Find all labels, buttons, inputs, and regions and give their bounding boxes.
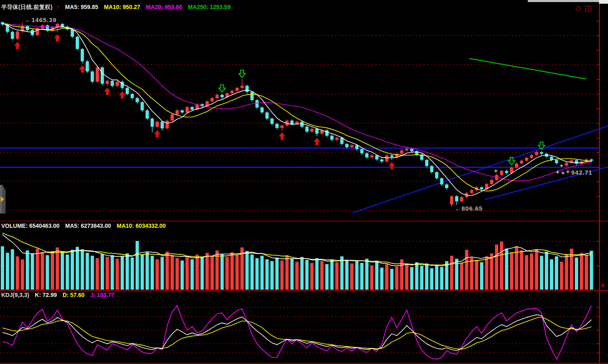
x-axis-button[interactable]: X — [601, 282, 605, 289]
ma20-value: MA20: 953.66 — [146, 4, 182, 10]
last-price-label: 942.71 — [571, 169, 592, 176]
volume-ma5-value: MA5: 6273843.00 — [65, 222, 111, 229]
ma5-value: MA5: 959.85 — [65, 4, 98, 10]
kdj-k-value: K: 72.99 — [35, 292, 57, 298]
sidebar-expand-tab[interactable] — [0, 185, 5, 213]
split-window-icon[interactable]: ◫ — [584, 3, 592, 13]
ma10-value: MA10: 950.27 — [104, 4, 140, 10]
ma250-value: MA250: 1253.59 — [188, 4, 230, 10]
instrument-title: 半导体(日线.前复权) — [1, 4, 52, 10]
period-low-label: ←806.65 — [455, 205, 483, 212]
kdj-d-value: D: 57.60 — [63, 292, 85, 298]
expand-arrow-icon — [1, 196, 4, 202]
kdj-panel-header: KDJ(9,3,3) K: 72.99 D: 57.60 J: 103.77 — [1, 292, 119, 298]
volume-ma10-value: MA10: 6034332.00 — [117, 222, 166, 229]
kdj-indicator-name: KDJ(9,3,3) — [1, 292, 29, 298]
window-top-strip — [528, 0, 608, 2]
volume-panel-header: VOLUME: 6540463.00 MA5: 6273843.00 MA10:… — [1, 222, 170, 229]
kdj-j-value: J: 103.77 — [90, 292, 115, 298]
up-arrow-icon: ↑ — [56, 4, 59, 10]
stock-chart-canvas[interactable] — [0, 0, 608, 364]
window-top-corner — [599, 0, 608, 4]
main-chart-header: 半导体(日线.前复权)↑ MA5: 959.85 MA10: 950.27 MA… — [1, 4, 234, 11]
period-high-label: ←1465.39 — [25, 16, 56, 23]
diamond-icon[interactable]: ◇ — [575, 3, 581, 13]
volume-value: VOLUME: 6540463.00 — [1, 222, 59, 229]
